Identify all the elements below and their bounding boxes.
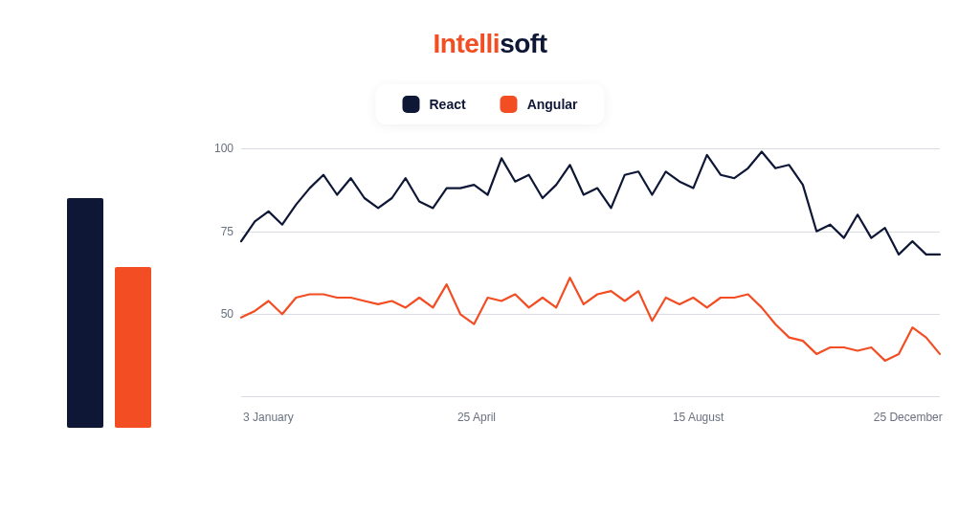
- line-angular: [241, 278, 940, 361]
- y-tick-label: 75: [201, 225, 234, 238]
- bar-angular: [115, 267, 151, 428]
- legend-label-angular: Angular: [527, 97, 578, 112]
- line-react: [241, 152, 940, 255]
- legend-item-angular: Angular: [501, 96, 578, 113]
- side-bar-chart: [67, 196, 153, 428]
- x-tick-label: 3 January: [243, 411, 294, 424]
- y-tick-label: 100: [201, 142, 234, 155]
- brand-logo-part1: Intelli: [434, 29, 501, 58]
- brand-logo-part2: soft: [500, 29, 546, 58]
- y-tick-label: 50: [201, 307, 234, 321]
- legend-swatch-angular: [501, 96, 518, 113]
- x-tick-label: 25 April: [457, 411, 496, 424]
- x-tick-label: 15 August: [673, 411, 724, 424]
- x-axis-labels: 3 January 25 April 15 August 25 December: [241, 411, 940, 430]
- legend-label-react: React: [429, 97, 465, 112]
- plot-area: [241, 148, 940, 397]
- bar-react: [67, 198, 103, 428]
- line-chart: 100 75 50 3 January 25 April 15 August 2…: [201, 148, 947, 426]
- chart-legend: React Angular: [375, 84, 604, 124]
- brand-logo: Intellisoft: [434, 29, 547, 59]
- legend-item-react: React: [402, 96, 465, 113]
- line-svg: [241, 148, 940, 397]
- legend-swatch-react: [402, 96, 419, 113]
- x-tick-label: 25 December: [874, 411, 943, 424]
